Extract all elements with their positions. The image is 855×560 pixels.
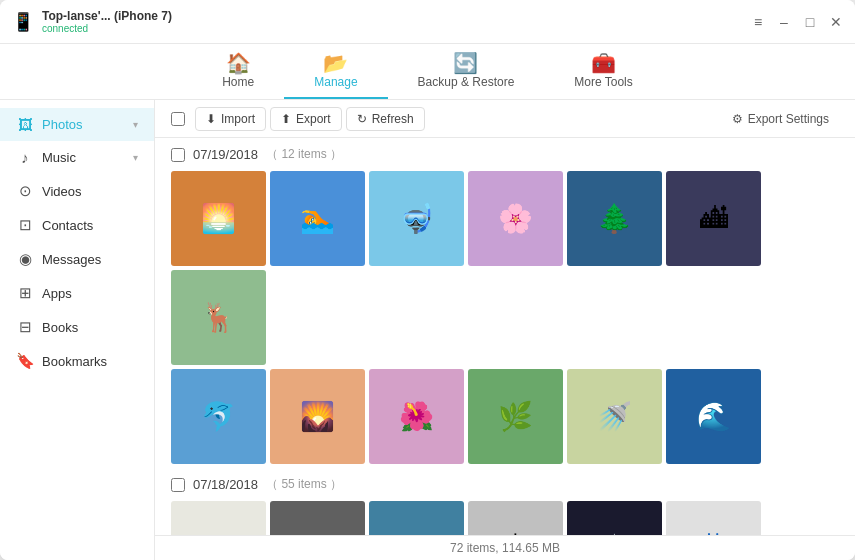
photo-thumb-video[interactable]: 🏗 ▶ 00:00:05 (270, 501, 365, 535)
import-icon: ⬇ (206, 112, 216, 126)
export-label: Export (296, 112, 331, 126)
photo-thumb[interactable]: 🚿 (567, 369, 662, 464)
title-bar: 📱 Top-lanse'... (iPhone 7) connected ≡ –… (0, 0, 855, 44)
music-icon: ♪ (16, 149, 34, 166)
select-all-checkbox[interactable] (171, 112, 185, 126)
sidebar-label-messages: Messages (42, 252, 101, 267)
menu-button[interactable]: ≡ (751, 15, 765, 29)
sidebar-item-contacts[interactable]: ⊡ Contacts (0, 208, 154, 242)
photo-thumb[interactable]: 🌊 (666, 369, 761, 464)
nav-tabs: 🏠 Home 📂 Manage 🔄 Backup & Restore 🧰 Mor… (0, 44, 855, 100)
photo-thumb[interactable]: 🏊 (270, 171, 365, 266)
tab-home-label: Home (222, 75, 254, 89)
photo-thumb[interactable]: ⛰ (369, 501, 464, 535)
videos-icon: ⊙ (16, 182, 34, 200)
tab-backup[interactable]: 🔄 Backup & Restore (388, 44, 545, 99)
sidebar-label-music: Music (42, 150, 76, 165)
date-checkbox-1[interactable] (171, 148, 185, 162)
tab-manage[interactable]: 📂 Manage (284, 44, 387, 99)
toolbar: ⬇ Import ⬆ Export ↻ Refresh ⚙ Export Set… (155, 100, 855, 138)
device-status: connected (42, 23, 172, 34)
sidebar-label-photos: Photos (42, 117, 82, 132)
tab-tools[interactable]: 🧰 More Tools (544, 44, 662, 99)
sidebar-item-bookmarks[interactable]: 🔖 Bookmarks (0, 344, 154, 378)
sidebar-label-books: Books (42, 320, 78, 335)
photo-thumb[interactable]: 🛋 (171, 501, 266, 535)
tab-tools-label: More Tools (574, 75, 632, 89)
chevron-music: ▾ (133, 152, 138, 163)
bookmarks-icon: 🔖 (16, 352, 34, 370)
app-window: 📱 Top-lanse'... (iPhone 7) connected ≡ –… (0, 0, 855, 560)
photo-grid-1b: 🐬 🌄 🌺 🌿 🚿 🌊 (171, 369, 839, 464)
photo-area: 07/19/2018 （ 12 items ） 🌅 🏊 🤿 🌸 🌲 🏙 🦌 🐬 (155, 138, 855, 535)
date-group-1: 07/19/2018 （ 12 items ） 🌅 🏊 🤿 🌸 🌲 🏙 🦌 🐬 (171, 146, 839, 464)
sidebar-label-apps: Apps (42, 286, 72, 301)
refresh-icon: ↻ (357, 112, 367, 126)
sidebar-item-videos[interactable]: ⊙ Videos (0, 174, 154, 208)
device-name: Top-lanse'... (iPhone 7) (42, 9, 172, 23)
status-text: 72 items, 114.65 MB (450, 541, 560, 555)
chevron-photos: ▾ (133, 119, 138, 130)
photo-thumb[interactable]: 🙌 (567, 501, 662, 535)
tab-backup-label: Backup & Restore (418, 75, 515, 89)
sidebar-label-videos: Videos (42, 184, 82, 199)
home-icon: 🏠 (226, 53, 251, 73)
refresh-label: Refresh (372, 112, 414, 126)
manage-icon: 📂 (323, 53, 348, 73)
sidebar-item-music[interactable]: ♪ Music ▾ (0, 141, 154, 174)
photo-thumb[interactable]: 🏛 (468, 501, 563, 535)
photo-thumb[interactable]: 🌸 (468, 171, 563, 266)
photo-thumb[interactable]: 🌅 (171, 171, 266, 266)
content-area: ⬇ Import ⬆ Export ↻ Refresh ⚙ Export Set… (155, 100, 855, 560)
photo-thumb[interactable]: 🌺 (369, 369, 464, 464)
sidebar-item-apps[interactable]: ⊞ Apps (0, 276, 154, 310)
photo-thumb[interactable]: 🌄 (270, 369, 365, 464)
sidebar-item-photos[interactable]: 🖼 Photos ▾ (0, 108, 154, 141)
close-button[interactable]: ✕ (829, 15, 843, 29)
tools-icon: 🧰 (591, 53, 616, 73)
tab-home[interactable]: 🏠 Home (192, 44, 284, 99)
title-bar-left: 📱 Top-lanse'... (iPhone 7) connected (12, 9, 172, 34)
export-settings-button[interactable]: ⚙ Export Settings (722, 108, 839, 130)
photo-thumb[interactable]: 🐬 (171, 369, 266, 464)
photo-thumb[interactable]: 🏙 (666, 171, 761, 266)
photos-icon: 🖼 (16, 116, 34, 133)
title-bar-controls: ≡ – □ ✕ (751, 15, 843, 29)
apps-icon: ⊞ (16, 284, 34, 302)
refresh-button[interactable]: ↻ Refresh (346, 107, 425, 131)
photo-thumb[interactable]: 👗 (666, 501, 761, 535)
photo-thumb[interactable]: 🤿 (369, 171, 464, 266)
date-label-2: 07/18/2018 (193, 477, 258, 492)
main-content: 🖼 Photos ▾ ♪ Music ▾ ⊙ Videos (0, 100, 855, 560)
device-icon: 📱 (12, 11, 34, 33)
import-label: Import (221, 112, 255, 126)
date-header-2: 07/18/2018 （ 55 items ） (171, 476, 839, 493)
photo-grid-1: 🌅 🏊 🤿 🌸 🌲 🏙 🦌 (171, 171, 839, 365)
sidebar-label-bookmarks: Bookmarks (42, 354, 107, 369)
messages-icon: ◉ (16, 250, 34, 268)
date-checkbox-2[interactable] (171, 478, 185, 492)
sidebar-item-messages[interactable]: ◉ Messages (0, 242, 154, 276)
books-icon: ⊟ (16, 318, 34, 336)
date-label-1: 07/19/2018 (193, 147, 258, 162)
date-header-1: 07/19/2018 （ 12 items ） (171, 146, 839, 163)
minimize-button[interactable]: – (777, 15, 791, 29)
date-count-2: （ 55 items ） (266, 476, 342, 493)
status-bar: 72 items, 114.65 MB (155, 535, 855, 560)
photo-thumb[interactable]: 🌲 (567, 171, 662, 266)
export-settings-label: Export Settings (748, 112, 829, 126)
photo-thumb[interactable]: 🌿 (468, 369, 563, 464)
sidebar-item-books[interactable]: ⊟ Books (0, 310, 154, 344)
tab-manage-label: Manage (314, 75, 357, 89)
gear-icon: ⚙ (732, 112, 743, 126)
date-count-1: （ 12 items ） (266, 146, 342, 163)
photo-thumb[interactable]: 🦌 (171, 270, 266, 365)
photo-grid-2: 🛋 🏗 ▶ 00:00:05 ⛰ 🏛 🙌 👗 (171, 501, 839, 535)
sidebar-label-contacts: Contacts (42, 218, 93, 233)
maximize-button[interactable]: □ (803, 15, 817, 29)
import-button[interactable]: ⬇ Import (195, 107, 266, 131)
contacts-icon: ⊡ (16, 216, 34, 234)
device-info: Top-lanse'... (iPhone 7) connected (42, 9, 172, 34)
export-button[interactable]: ⬆ Export (270, 107, 342, 131)
backup-icon: 🔄 (453, 53, 478, 73)
